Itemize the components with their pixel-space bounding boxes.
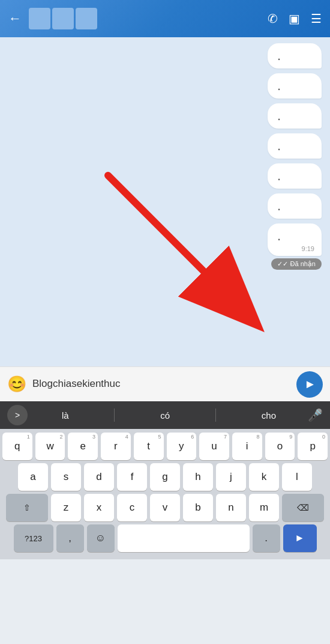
key-num-u: 7 (224, 434, 227, 440)
message-time-7: 9:19 (302, 245, 314, 252)
key-e[interactable]: 3e (68, 433, 98, 460)
key-num-w: 2 (59, 434, 62, 440)
key-w[interactable]: 2w (35, 433, 65, 460)
key-period[interactable]: . (253, 524, 280, 552)
key-z[interactable]: z (51, 494, 81, 521)
keyboard-row-2: a s d f g h j k l (2, 463, 328, 491)
key-u[interactable]: 7u (199, 433, 229, 460)
message-bubble-5: . (268, 163, 322, 189)
key-q[interactable]: 1q (2, 433, 32, 460)
message-bubble-1: . (268, 43, 322, 68)
header: ← ✆ ▣ ☰ (0, 0, 330, 37)
menu-icon[interactable]: ☰ (311, 11, 322, 26)
key-num-r: 4 (125, 434, 128, 440)
message-row-3: . (8, 103, 322, 129)
key-numbers[interactable]: ?123 (14, 524, 53, 552)
message-row-4: . (8, 133, 322, 159)
chat-area: . . . . . . . 9:19 ✓✓ Đã nhận (0, 37, 330, 366)
expand-suggestions-button[interactable]: > (7, 405, 28, 425)
check-icon: ✓✓ (277, 260, 288, 268)
key-b[interactable]: b (183, 494, 213, 521)
key-k[interactable]: k (249, 463, 279, 491)
key-a[interactable]: a (18, 463, 48, 491)
key-num-i: 8 (257, 434, 260, 440)
key-send-bottom[interactable]: ► (283, 524, 317, 552)
keyboard-row-3: ⇧ z x c v b n m ⌫ (2, 494, 328, 521)
header-icons: ✆ ▣ ☰ (268, 11, 322, 26)
message-bubble-4: . (268, 133, 322, 159)
send-button[interactable]: ► (296, 371, 323, 398)
key-d[interactable]: d (84, 463, 114, 491)
message-row-2: . (8, 73, 322, 99)
keyboard-row-4: ?123 , ☺ . ► (2, 524, 328, 557)
key-c[interactable]: c (117, 494, 147, 521)
key-f[interactable]: f (117, 463, 147, 491)
key-y[interactable]: 6y (167, 433, 197, 460)
suggestion-co[interactable]: có (154, 410, 176, 421)
message-row-6: . (8, 193, 322, 219)
message-input[interactable]: Blogchiasekienthuc (32, 377, 290, 390)
key-num-e: 3 (92, 434, 95, 440)
key-o[interactable]: 9o (265, 433, 295, 460)
avatar-2 (52, 8, 74, 29)
bubble-text-6: . (277, 198, 281, 213)
expand-icon: > (15, 410, 20, 420)
bubble-text-4: . (277, 138, 281, 153)
divider-2 (215, 409, 216, 422)
key-s[interactable]: s (51, 463, 81, 491)
key-num-p: 0 (322, 434, 325, 440)
key-comma[interactable]: , (56, 524, 84, 552)
message-row-1: . (8, 43, 322, 68)
send-icon: ► (304, 377, 316, 391)
bubble-text-3: . (277, 108, 281, 123)
suggestion-la[interactable]: là (56, 410, 75, 421)
status-label: Đã nhận (290, 260, 316, 268)
divider-1 (114, 409, 115, 422)
avatar-1 (29, 8, 50, 29)
message-row-7: . 9:19 (8, 223, 322, 256)
avatar-3 (76, 8, 97, 29)
key-l[interactable]: l (282, 463, 312, 491)
status-badge: ✓✓ Đã nhận (271, 258, 322, 270)
key-num-t: 5 (158, 434, 161, 440)
key-v[interactable]: v (150, 494, 180, 521)
message-row-5: . (8, 163, 322, 189)
bubble-text-1: . (277, 48, 281, 63)
suggestions-bar: > là có cho 🎤 (0, 401, 330, 429)
key-x[interactable]: x (84, 494, 114, 521)
keyboard-row-1: 1q 2w 3e 4r 5t 6y 7u 8i 9o 0p (2, 433, 328, 460)
suggestion-words: là có cho (36, 409, 302, 422)
key-num-o: 9 (289, 434, 292, 440)
input-bar: 😊 Blogchiasekienthuc ► (0, 366, 330, 401)
key-j[interactable]: j (216, 463, 246, 491)
bubble-text-7: . (277, 228, 281, 243)
key-h[interactable]: h (183, 463, 213, 491)
video-icon[interactable]: ▣ (289, 11, 300, 26)
key-m[interactable]: m (249, 494, 279, 521)
phone-icon[interactable]: ✆ (268, 11, 278, 26)
contact-avatar-group (29, 8, 268, 29)
key-emoji[interactable]: ☺ (87, 524, 115, 552)
mic-button[interactable]: 🎤 (308, 408, 323, 422)
key-t[interactable]: 5t (134, 433, 164, 460)
key-shift[interactable]: ⇧ (6, 494, 48, 521)
key-space[interactable] (118, 524, 250, 552)
bubble-text-2: . (277, 78, 281, 93)
message-bubble-3: . (268, 103, 322, 129)
key-num-q: 1 (27, 434, 30, 440)
emoji-button[interactable]: 😊 (7, 375, 26, 393)
keyboard: 1q 2w 3e 4r 5t 6y 7u 8i 9o 0p a s (0, 429, 330, 559)
key-i[interactable]: 8i (232, 433, 262, 460)
key-backspace[interactable]: ⌫ (282, 494, 324, 521)
key-n[interactable]: n (216, 494, 246, 521)
message-bubble-2: . (268, 73, 322, 99)
message-bubble-7: . 9:19 (268, 223, 322, 256)
suggestion-cho[interactable]: cho (256, 410, 282, 421)
key-r[interactable]: 4r (101, 433, 131, 460)
key-p[interactable]: 0p (298, 433, 328, 460)
key-num-y: 6 (191, 434, 194, 440)
key-g[interactable]: g (150, 463, 180, 491)
status-row: ✓✓ Đã nhận (8, 258, 322, 270)
bubble-text-5: . (277, 168, 281, 183)
back-button[interactable]: ← (8, 11, 22, 26)
